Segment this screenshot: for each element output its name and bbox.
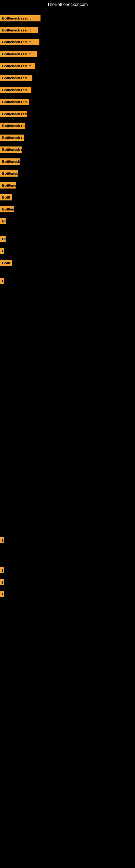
badge-23[interactable]: | <box>0 537 4 543</box>
badge-6[interactable]: Bottleneck resu <box>0 75 32 81</box>
badge-17[interactable]: Bottlene <box>0 206 14 212</box>
badge-15[interactable]: Bottlenec <box>0 182 16 188</box>
badge-9[interactable]: Bottleneck resu <box>0 111 27 117</box>
badge-14[interactable]: Bottleneck re <box>0 170 18 177</box>
badge-2[interactable]: Bottleneck result <box>0 27 38 33</box>
badge-19[interactable]: Bo <box>0 236 6 242</box>
badge-22[interactable]: B <box>0 278 4 284</box>
badge-20[interactable]: B <box>0 248 4 254</box>
site-title: TheBottlenecker.com <box>0 0 135 9</box>
badge-7[interactable]: Bottleneck resu <box>0 87 31 93</box>
badge-25[interactable]: | <box>0 579 4 585</box>
badge-18[interactable]: Bo <box>0 218 6 224</box>
badge-16[interactable]: Bottl <box>0 194 12 200</box>
badge-11[interactable]: Bottleneck res <box>0 134 24 141</box>
badge-24[interactable]: | <box>0 567 4 573</box>
badge-8[interactable]: Bottleneck resu <box>0 99 29 105</box>
badge-26[interactable]: B <box>0 591 4 597</box>
badge-5[interactable]: Bottleneck result <box>0 63 35 69</box>
badge-1[interactable]: Bottleneck result <box>0 15 41 22</box>
badge-13[interactable]: Bottleneck re <box>0 158 20 165</box>
badge-4[interactable]: Bottleneck result <box>0 51 37 57</box>
badge-21[interactable]: Bottl <box>0 260 12 266</box>
badge-12[interactable]: Bottleneck re <box>0 147 21 153</box>
badge-3[interactable]: Bottleneck result <box>0 39 39 45</box>
badge-10[interactable]: Bottleneck resu <box>0 123 26 129</box>
